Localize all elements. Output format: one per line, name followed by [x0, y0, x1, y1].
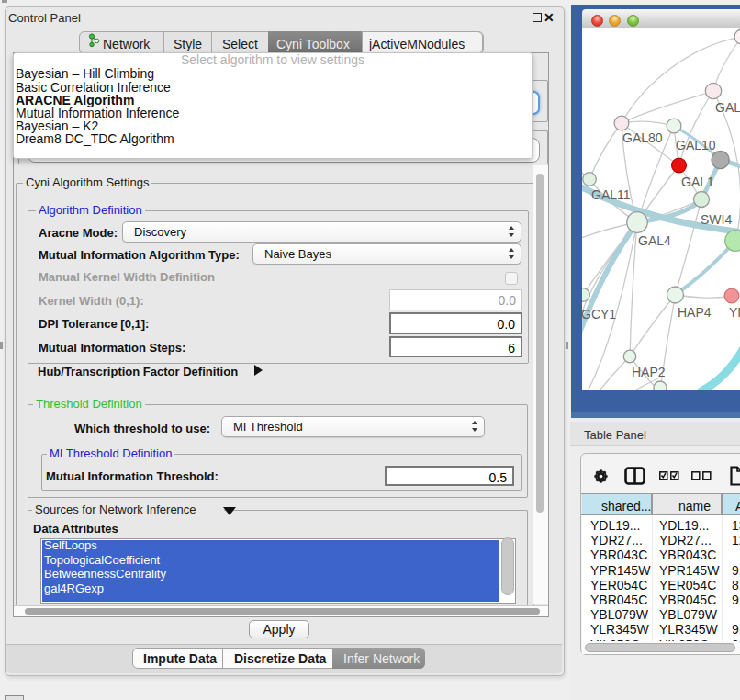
- svg-text:GAL1: GAL1: [681, 175, 714, 189]
- svg-text:YIL0: YIL0: [729, 305, 740, 320]
- svg-text:SWI4: SWI4: [701, 212, 732, 227]
- svg-text:GAL80: GAL80: [622, 130, 663, 145]
- svg-text:GAL4: GAL4: [638, 233, 671, 248]
- svg-text:GCY1: GCY1: [582, 307, 616, 322]
- svg-text:HAP2: HAP2: [632, 365, 666, 379]
- svg-text:GAL2: GAL2: [715, 100, 740, 115]
- svg-text:HAP4: HAP4: [678, 305, 712, 320]
- svg-text:GAL11: GAL11: [591, 187, 631, 202]
- svg-text:GAL10: GAL10: [676, 138, 716, 152]
